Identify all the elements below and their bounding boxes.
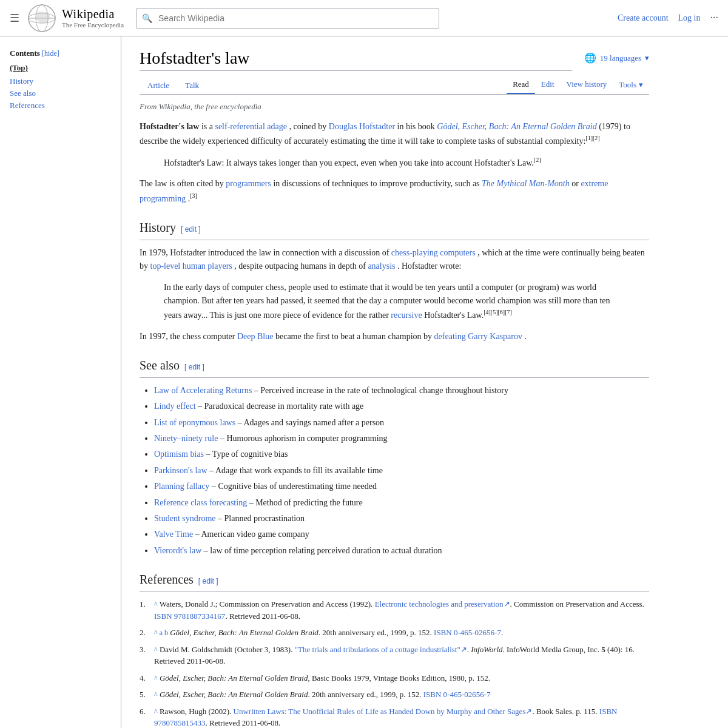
- link-ninety-ninety[interactable]: Ninety–ninety rule: [154, 434, 218, 443]
- ref-number-2: 2.: [140, 627, 152, 639]
- create-account-link[interactable]: Create account: [618, 13, 669, 23]
- toc-hide-button[interactable]: [hide]: [42, 49, 59, 58]
- link-student-syndrome[interactable]: Student syndrome: [154, 514, 216, 523]
- site-tagline: The Free Encyclopedia: [62, 21, 124, 29]
- ref-isbn-5[interactable]: ISBN 0-465-02656-7: [423, 690, 491, 699]
- ref-up-6[interactable]: ^: [154, 707, 158, 716]
- tab-view-history[interactable]: View history: [561, 76, 613, 94]
- link-kasparov[interactable]: defeating Garry Kasparov: [434, 332, 522, 341]
- link-self-referential[interactable]: self-referential adage: [215, 122, 287, 131]
- ref-sup-2[interactable]: [2]: [534, 157, 541, 163]
- references-edit-link[interactable]: [ edit ]: [198, 576, 218, 587]
- search-input[interactable]: [136, 8, 439, 29]
- from-wikipedia-label: From Wikipedia, the free encyclopedia: [140, 102, 649, 112]
- more-options-icon[interactable]: ···: [710, 12, 719, 24]
- link-chess-computers[interactable]: chess-playing computers: [391, 248, 476, 257]
- ref-number-4: 4.: [140, 672, 152, 684]
- ref-link-3[interactable]: "The trials and tribulations of a cottag…: [295, 645, 467, 654]
- search-bar: 🔍: [136, 8, 439, 29]
- sidebar-item-history[interactable]: History: [10, 76, 33, 86]
- link-programmers[interactable]: programmers: [226, 179, 271, 188]
- link-top-level-players[interactable]: top-level human players: [150, 261, 232, 271]
- article-body: Hofstadter's law is a self-referential a…: [140, 120, 649, 728]
- ref-link-1[interactable]: Electronic technologies and preservation…: [375, 599, 510, 608]
- ref-isbn-2[interactable]: ISBN 0-465-02656-7: [434, 628, 501, 637]
- tab-read[interactable]: Read: [507, 76, 535, 94]
- see-also-list: Law of Accelerating Returns – Perceived …: [140, 384, 649, 558]
- list-item: Planning fallacy – Cognitive bias of und…: [154, 480, 649, 493]
- login-link[interactable]: Log in: [678, 13, 701, 23]
- wikipedia-globe-icon: [27, 3, 57, 33]
- header-actions: Create account Log in ···: [618, 12, 718, 24]
- link-vierordt[interactable]: Vierordt's law: [154, 546, 201, 555]
- sidebar-item-references[interactable]: References: [10, 101, 45, 110]
- ref-up-5[interactable]: ^: [154, 690, 158, 699]
- page-title: Hofstadter's law: [140, 49, 572, 71]
- see-also-edit-link[interactable]: [ edit ]: [184, 362, 204, 373]
- link-hofstadter[interactable]: Douglas Hofstadter: [329, 122, 395, 131]
- link-eponymous-laws[interactable]: List of eponymous laws: [154, 418, 235, 427]
- ref-up-1[interactable]: ^: [154, 600, 158, 608]
- logo-text: Wikipedia The Free Encyclopedia: [62, 7, 124, 29]
- language-count: 19 languages: [600, 53, 641, 63]
- list-item: Parkinson's law – Adage that work expand…: [154, 464, 649, 477]
- link-reference-class[interactable]: Reference class forecasting: [154, 498, 247, 507]
- link-planning-fallacy[interactable]: Planning fallacy: [154, 482, 209, 491]
- link-law-accelerating[interactable]: Law of Accelerating Returns: [154, 386, 252, 395]
- search-icon: 🔍: [142, 13, 152, 23]
- link-geb-book[interactable]: Gödel, Escher, Bach: An Eternal Golden B…: [437, 122, 596, 131]
- see-also-heading: See also [ edit ]: [140, 356, 649, 378]
- sidebar-item-see-also[interactable]: See also: [10, 89, 36, 98]
- ref-number-3: 3.: [140, 644, 152, 667]
- link-recursive[interactable]: recursive: [391, 311, 422, 320]
- ref-up-4[interactable]: ^: [154, 674, 158, 682]
- toc-list: History See also References: [10, 76, 111, 110]
- reference-item-5: 5. ^ Gödel, Escher, Bach: An Eternal Gol…: [140, 689, 649, 701]
- ref-link-6[interactable]: Unwritten Laws: The Unofficial Rules of …: [234, 707, 533, 716]
- tab-talk[interactable]: Talk: [177, 76, 207, 95]
- article-subject: Hofstadter's law: [140, 122, 199, 131]
- ref-isbn-1[interactable]: ISBN 9781887334167: [154, 612, 225, 621]
- list-item: List of eponymous laws – Adages and sayi…: [154, 416, 649, 430]
- references-heading: References [ edit ]: [140, 570, 649, 592]
- list-item: Law of Accelerating Returns – Perceived …: [154, 384, 649, 397]
- link-deep-blue[interactable]: Deep Blue: [237, 332, 273, 341]
- ref-sup-1[interactable]: [1][2]: [585, 135, 599, 141]
- list-item: Ninety–ninety rule – Humorous aphorism i…: [154, 432, 649, 445]
- list-item: Valve Time – American video game company: [154, 528, 649, 541]
- article-content: Hofstadter's law 🌐 19 languages ▾ Articl…: [121, 36, 667, 728]
- intro-paragraph-2: The law is often cited by programmers in…: [140, 177, 649, 205]
- link-parkinsons-law[interactable]: Parkinson's law: [154, 466, 207, 475]
- logo-area: Wikipedia The Free Encyclopedia: [27, 3, 124, 33]
- language-button[interactable]: 🌐 19 languages ▾: [584, 52, 649, 64]
- ref-sup-4567[interactable]: [4][5][6][7]: [484, 309, 512, 315]
- ref-up-2[interactable]: ^ a b: [154, 629, 168, 637]
- reference-item-4: 4. ^ Gödel, Escher, Bach: An Eternal Gol…: [140, 672, 649, 684]
- link-optimism-bias[interactable]: Optimism bias: [154, 450, 204, 459]
- reference-item-2: 2. ^ a b Gödel, Escher, Bach: An Eternal…: [140, 627, 649, 639]
- link-lindy-effect[interactable]: Lindy effect: [154, 402, 196, 411]
- link-valve-time[interactable]: Valve Time: [154, 530, 193, 539]
- list-item: Reference class forecasting – Method of …: [154, 496, 649, 510]
- ref-up-3[interactable]: ^: [154, 645, 158, 654]
- reference-item-3: 3. ^ David M. Goldschmidt (October 3, 19…: [140, 644, 649, 667]
- history-paragraph-1: In 1979, Hofstadter introduced the law i…: [140, 246, 649, 274]
- history-edit-link[interactable]: [ edit ]: [181, 224, 201, 235]
- list-item: Student syndrome – Planned procrastinati…: [154, 512, 649, 525]
- hamburger-menu[interactable]: ☰: [10, 12, 19, 25]
- list-item: Optimism bias – Type of cognitive bias: [154, 448, 649, 461]
- toc-title: Contents [hide]: [10, 49, 111, 58]
- link-analysis[interactable]: analysis: [368, 261, 395, 271]
- tab-article[interactable]: Article: [140, 76, 177, 95]
- link-mythical-man-month[interactable]: The Mythical Man-Month: [482, 179, 570, 188]
- sidebar-toc: Contents [hide] (Top) History See also R…: [0, 36, 121, 728]
- tools-chevron-icon: ▾: [639, 80, 643, 90]
- tab-edit[interactable]: Edit: [535, 76, 561, 94]
- ref-number-5: 5.: [140, 689, 152, 701]
- sidebar-item-top[interactable]: (Top): [10, 63, 111, 73]
- history-blockquote: In the early days of computer chess, peo…: [164, 281, 625, 323]
- ref-sup-3[interactable]: [3]: [190, 192, 197, 199]
- tab-tools[interactable]: Tools▾: [613, 76, 649, 94]
- title-row: Hofstadter's law 🌐 19 languages ▾: [140, 49, 649, 71]
- tabs-right: Read Edit View history Tools▾: [507, 76, 649, 94]
